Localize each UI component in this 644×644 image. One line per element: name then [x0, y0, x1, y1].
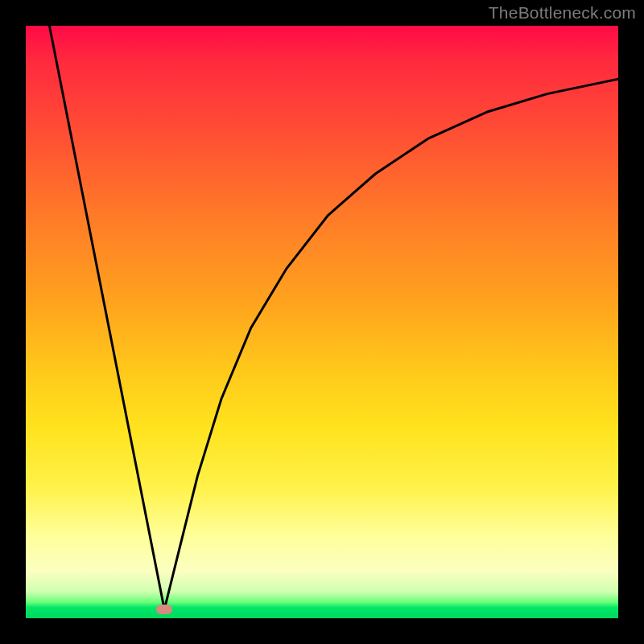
watermark-text: TheBottleneck.com: [489, 3, 636, 23]
chart-frame: TheBottleneck.com: [0, 0, 644, 644]
plot-area: [26, 26, 618, 618]
bottleneck-curve: [49, 26, 618, 609]
min-point-marker: [156, 605, 172, 614]
curve-svg: [26, 26, 618, 618]
